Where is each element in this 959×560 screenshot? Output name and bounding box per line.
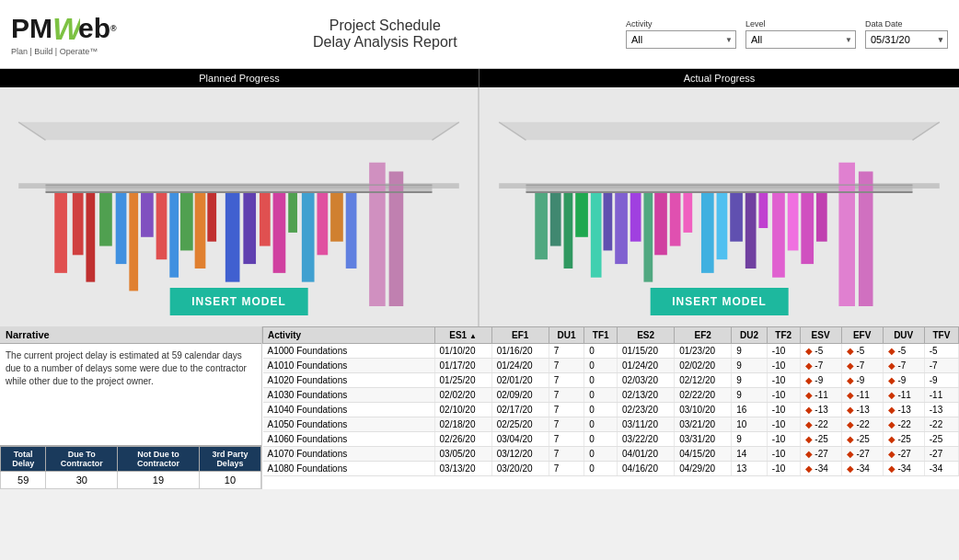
cell-tf2: -10 bbox=[767, 403, 800, 417]
cell-es2: 01/15/20 bbox=[618, 344, 675, 359]
svg-rect-50 bbox=[701, 191, 714, 272]
app-header: PM W eb ® Plan | Build | Operate™ Projec… bbox=[0, 0, 959, 69]
level-filter-wrapper[interactable]: All bbox=[745, 30, 856, 49]
cell-tf2: -10 bbox=[767, 373, 800, 388]
cell-tf2: -10 bbox=[767, 417, 800, 432]
svg-rect-15 bbox=[169, 191, 179, 277]
svg-rect-25 bbox=[317, 191, 328, 254]
cell-duv: ◆ -11 bbox=[883, 388, 924, 403]
cell-es1: 01/25/20 bbox=[434, 373, 491, 388]
col-du1[interactable]: DU1 bbox=[549, 327, 584, 344]
esv-diamond-icon: ◆ bbox=[805, 405, 813, 415]
col-es2[interactable]: ES2 bbox=[618, 327, 675, 344]
cell-duv: ◆ -25 bbox=[883, 432, 924, 447]
cell-tfv: -9 bbox=[924, 373, 958, 388]
narrative-header: Narrative bbox=[0, 326, 261, 344]
col-es1[interactable]: ES1 ▲ bbox=[434, 327, 491, 344]
title-line1: Project Schedule bbox=[144, 17, 626, 34]
logo-area: PM W eb ® Plan | Build | Operate™ bbox=[11, 12, 117, 56]
cell-du1: 7 bbox=[549, 432, 584, 447]
level-filter-label: Level bbox=[745, 19, 856, 29]
cell-efv: ◆ -7 bbox=[841, 359, 883, 373]
cell-tf1: 0 bbox=[584, 373, 618, 388]
activity-filter-wrapper[interactable]: All bbox=[626, 30, 736, 49]
col-tfv[interactable]: TFV bbox=[924, 327, 958, 344]
col-activity[interactable]: Activity bbox=[263, 327, 435, 344]
sort-arrow-icon: ▲ bbox=[469, 332, 477, 340]
cell-tfv: -25 bbox=[924, 432, 958, 447]
cell-efv: ◆ -25 bbox=[841, 432, 883, 447]
svg-rect-8 bbox=[73, 191, 84, 254]
cell-du1: 7 bbox=[549, 403, 584, 417]
col-esv[interactable]: ESV bbox=[800, 327, 841, 344]
cell-esv: ◆ -25 bbox=[800, 432, 841, 447]
cell-activity: A1020 Foundations bbox=[263, 373, 435, 388]
cell-tf1: 0 bbox=[584, 359, 618, 373]
esv-diamond-icon: ◆ bbox=[805, 360, 813, 371]
duv-diamond-icon: ◆ bbox=[888, 419, 895, 429]
cell-ef2: 02/12/20 bbox=[675, 373, 732, 388]
cell-es2: 04/16/20 bbox=[618, 462, 675, 476]
cell-es2: 02/23/20 bbox=[618, 403, 675, 417]
cell-ef1: 01/16/20 bbox=[491, 344, 549, 359]
col-ef1[interactable]: EF1 bbox=[491, 327, 549, 344]
col-du2[interactable]: DU2 bbox=[732, 327, 768, 344]
data-date-wrapper[interactable]: ▼ bbox=[865, 30, 948, 49]
cell-es1: 02/10/20 bbox=[434, 403, 491, 417]
col-tf2[interactable]: TF2 bbox=[767, 327, 800, 344]
efv-diamond-icon: ◆ bbox=[847, 375, 854, 385]
col-duv[interactable]: DUV bbox=[883, 327, 924, 344]
cell-du2: 9 bbox=[732, 344, 768, 359]
cell-activity: A1010 Foundations bbox=[263, 359, 435, 373]
data-date-input[interactable] bbox=[865, 30, 948, 49]
models-area: INSERT MODEL bbox=[0, 87, 959, 326]
cell-duv: ◆ -7 bbox=[883, 359, 924, 373]
cell-efv: ◆ -11 bbox=[841, 388, 883, 403]
report-title: Project Schedule Delay Analysis Report bbox=[144, 17, 626, 51]
cell-efv: ◆ -34 bbox=[841, 462, 883, 476]
delay-val-contractor: 30 bbox=[46, 472, 118, 489]
bottom-section: Narrative The current project delay is e… bbox=[0, 326, 959, 489]
cell-ef1: 03/20/20 bbox=[491, 462, 549, 476]
col-ef2[interactable]: EF2 bbox=[675, 327, 732, 344]
cell-es2: 02/03/20 bbox=[618, 373, 675, 388]
cell-ef1: 02/17/20 bbox=[491, 403, 549, 417]
delay-val-not-contractor: 19 bbox=[118, 472, 200, 489]
efv-diamond-icon: ◆ bbox=[847, 360, 854, 371]
cell-activity: A1060 Foundations bbox=[263, 432, 435, 447]
cell-esv: ◆ -22 bbox=[800, 417, 841, 432]
svg-rect-14 bbox=[156, 191, 168, 258]
col-tf1[interactable]: TF1 bbox=[584, 327, 618, 344]
svg-marker-2 bbox=[18, 121, 459, 140]
svg-rect-20 bbox=[243, 191, 256, 263]
level-filter-select[interactable]: All bbox=[745, 30, 856, 49]
svg-rect-9 bbox=[86, 191, 95, 281]
cell-du2: 9 bbox=[732, 432, 768, 447]
esv-diamond-icon: ◆ bbox=[805, 390, 813, 400]
logo-web: eb bbox=[78, 13, 110, 44]
cell-es1: 03/13/20 bbox=[434, 462, 491, 476]
cell-tfv: -11 bbox=[924, 388, 958, 403]
svg-rect-13 bbox=[141, 191, 154, 236]
data-table-panel[interactable]: Activity ES1 ▲ EF1 DU1 TF1 ES2 EF2 DU2 T… bbox=[262, 326, 959, 489]
cell-es2: 04/01/20 bbox=[618, 447, 675, 462]
efv-diamond-icon: ◆ bbox=[847, 449, 854, 459]
narrative-panel: Narrative The current project delay is e… bbox=[0, 326, 262, 489]
activity-filter-select[interactable]: All bbox=[626, 30, 736, 49]
cell-ef2: 03/21/20 bbox=[675, 417, 732, 432]
cell-esv: ◆ -5 bbox=[800, 344, 841, 359]
cell-efv: ◆ -9 bbox=[841, 373, 883, 388]
planned-insert-button[interactable]: INSERT MODEL bbox=[169, 288, 308, 315]
cell-du2: 9 bbox=[732, 373, 768, 388]
cell-tfv: -34 bbox=[924, 462, 958, 476]
cell-tf1: 0 bbox=[584, 403, 618, 417]
cell-tfv: -13 bbox=[924, 403, 958, 417]
cell-tf1: 0 bbox=[584, 388, 618, 403]
svg-rect-49 bbox=[683, 191, 692, 232]
svg-rect-54 bbox=[758, 191, 768, 227]
col-efv[interactable]: EFV bbox=[841, 327, 883, 344]
cell-efv: ◆ -5 bbox=[841, 344, 883, 359]
delay-col-contractor: Due To Contractor bbox=[46, 447, 118, 472]
cell-es2: 03/11/20 bbox=[618, 417, 675, 432]
actual-insert-button[interactable]: INSERT MODEL bbox=[650, 288, 789, 315]
